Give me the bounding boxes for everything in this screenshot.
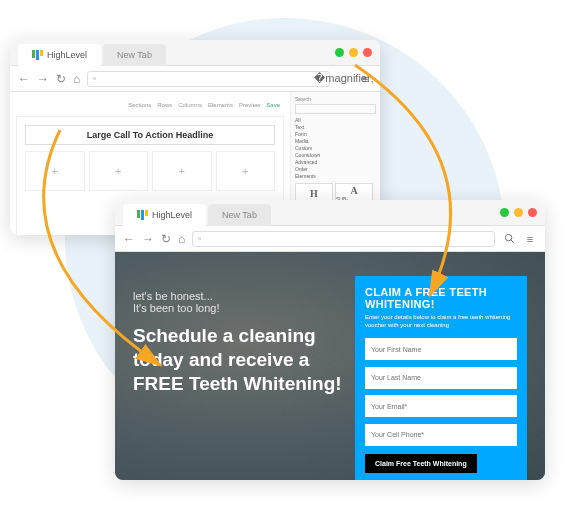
subheadline-icon: A — [350, 185, 357, 196]
tab-label: HighLevel — [47, 50, 87, 60]
home-button[interactable]: ⌂ — [178, 232, 185, 246]
empty-column[interactable]: + — [89, 151, 149, 191]
first-name-field[interactable] — [365, 338, 517, 360]
svg-line-1 — [510, 240, 513, 243]
menu-icon[interactable]: ≡ — [358, 72, 372, 86]
tab-label: New Tab — [222, 210, 257, 220]
window-controls — [335, 48, 372, 57]
forward-button[interactable]: → — [37, 72, 49, 86]
search-icon[interactable]: �magnifier; — [337, 72, 351, 86]
minimize-icon[interactable] — [335, 48, 344, 57]
nav-toolbar: ← → ↻ ⌂ ▫ �magnifier; ≡ — [10, 66, 380, 92]
preview-browser-window: HighLevel New Tab ← → ↻ ⌂ ▫ ≡ let's be h… — [115, 200, 545, 480]
tab-highlevel[interactable]: HighLevel — [18, 44, 101, 66]
svg-point-0 — [505, 234, 511, 240]
hero-headline: Schedule a cleaning today and receive a … — [133, 324, 355, 395]
editor-toolbar: Sections Rows Columns Elements Preview S… — [16, 98, 284, 112]
highlevel-logo-icon — [137, 210, 148, 220]
form-column: CLAIM A FREE TEETH WHITENING! Enter your… — [355, 276, 527, 456]
category-item[interactable]: Form — [295, 131, 376, 137]
column-row: + + + + — [25, 151, 275, 191]
tab-label: HighLevel — [152, 210, 192, 220]
category-item[interactable]: Text — [295, 124, 376, 130]
headline-icon: H — [310, 188, 318, 199]
home-button[interactable]: ⌂ — [73, 72, 80, 86]
empty-column[interactable]: + — [152, 151, 212, 191]
category-item[interactable]: Custom — [295, 145, 376, 151]
last-name-field[interactable] — [365, 367, 517, 389]
tab-highlevel[interactable]: HighLevel — [123, 204, 206, 226]
reload-button[interactable]: ↻ — [161, 232, 171, 246]
lead-form: CLAIM A FREE TEETH WHITENING! Enter your… — [355, 276, 527, 480]
phone-field[interactable] — [365, 424, 517, 446]
preheadline-1: let's be honest... — [133, 290, 355, 302]
close-icon[interactable] — [363, 48, 372, 57]
tab-label: New Tab — [117, 50, 152, 60]
toolbar-item[interactable]: Preview — [239, 102, 260, 108]
page-icon: ▫ — [93, 74, 96, 83]
toolbar-item[interactable]: Elements — [208, 102, 233, 108]
headline-element[interactable]: Large Call To Action Headline — [25, 125, 275, 145]
back-button[interactable]: ← — [18, 72, 30, 86]
search-label: Search — [295, 96, 376, 102]
empty-column[interactable]: + — [25, 151, 85, 191]
category-item[interactable]: Media — [295, 138, 376, 144]
category-item[interactable]: Countdown — [295, 152, 376, 158]
titlebar: HighLevel New Tab — [10, 40, 380, 66]
toolbar-item[interactable]: Columns — [178, 102, 202, 108]
window-controls — [500, 208, 537, 217]
category-item[interactable]: Elements — [295, 173, 376, 179]
highlevel-logo-icon — [32, 50, 43, 60]
reload-button[interactable]: ↻ — [56, 72, 66, 86]
page-icon: ▫ — [198, 234, 201, 243]
category-item[interactable]: All — [295, 117, 376, 123]
close-icon[interactable] — [528, 208, 537, 217]
url-bar[interactable]: ▫ — [192, 231, 495, 247]
titlebar: HighLevel New Tab — [115, 200, 545, 226]
form-title: CLAIM A FREE TEETH WHITENING! — [365, 286, 517, 310]
form-subtitle: Enter your details below to claim a free… — [365, 314, 517, 330]
nav-toolbar: ← → ↻ ⌂ ▫ ≡ — [115, 226, 545, 252]
landing-page: let's be honest... It's been too long! S… — [115, 252, 545, 480]
category-item[interactable]: Advanced — [295, 159, 376, 165]
element-categories: All Text Form Media Custom Countdown Adv… — [295, 117, 376, 179]
toolbar-item[interactable]: Rows — [157, 102, 172, 108]
menu-icon[interactable]: ≡ — [523, 232, 537, 246]
toolbar-item[interactable]: Sections — [128, 102, 151, 108]
maximize-icon[interactable] — [514, 208, 523, 217]
toolbar-save[interactable]: Save — [266, 102, 280, 108]
search-icon[interactable] — [502, 232, 516, 246]
tab-new[interactable]: New Tab — [208, 204, 271, 226]
category-item[interactable]: Order — [295, 166, 376, 172]
email-field[interactable] — [365, 395, 517, 417]
maximize-icon[interactable] — [349, 48, 358, 57]
back-button[interactable]: ← — [123, 232, 135, 246]
hero-text: let's be honest... It's been too long! S… — [133, 276, 355, 456]
minimize-icon[interactable] — [500, 208, 509, 217]
preheadline-2: It's been too long! — [133, 302, 355, 314]
empty-column[interactable]: + — [216, 151, 276, 191]
submit-button[interactable]: Claim Free Teeth Whitening — [365, 454, 477, 473]
tab-new[interactable]: New Tab — [103, 44, 166, 66]
url-bar[interactable]: ▫ — [87, 71, 330, 87]
panel-search-input[interactable] — [295, 104, 376, 114]
forward-button[interactable]: → — [142, 232, 154, 246]
